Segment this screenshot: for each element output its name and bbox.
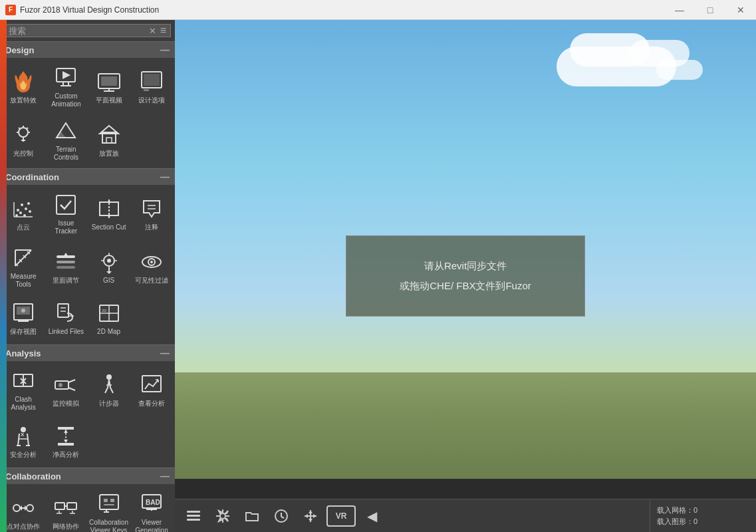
tool-custom-animation[interactable]: Custom Animation [45, 61, 86, 112]
svg-point-90 [13, 505, 20, 511]
tool-save-view[interactable]: 保存视图 [3, 294, 44, 342]
main-container: ✕ ≡ Design — 放置特效 Custom Animation [0, 20, 756, 532]
svg-point-20 [21, 203, 23, 206]
tool-pedometer-label: 计步器 [99, 400, 119, 408]
tool-view-analysis[interactable]: 查看分析 [131, 364, 172, 416]
tool-annotation[interactable]: 注释 [131, 188, 172, 239]
tool-visibility-label: 可见性过滤 [135, 277, 168, 285]
search-menu-icon[interactable]: ≡ [160, 25, 166, 37]
tool-measure[interactable]: Measure Tools [3, 241, 44, 293]
svg-marker-89 [64, 440, 68, 443]
svg-rect-96 [67, 503, 76, 509]
svg-point-48 [107, 259, 111, 263]
svg-point-76 [59, 383, 63, 387]
tool-linked-files[interactable]: Linked Files [45, 294, 86, 342]
tool-annotation-label: 注释 [145, 223, 158, 231]
section-collaboration[interactable]: Collaboration — [0, 467, 175, 484]
svg-rect-103 [104, 499, 108, 502]
maximize-button[interactable]: □ [695, 0, 725, 20]
svg-point-21 [25, 207, 27, 210]
section-design[interactable]: Design — [0, 41, 175, 58]
toolbar-move-button[interactable] [297, 503, 324, 529]
tool-issue-tracker[interactable]: Issue Tracker [45, 188, 86, 239]
tool-safety-analysis[interactable]: X 安全分析 [3, 417, 44, 465]
svg-rect-105 [104, 504, 114, 505]
close-button[interactable]: ✕ [725, 0, 756, 20]
pointcloud-icon [10, 196, 37, 222]
tool-clearance-analysis[interactable]: 净高分析 [45, 417, 86, 465]
tool-visibility[interactable]: 可见性过滤 [131, 241, 172, 293]
vr-label: VR [336, 511, 347, 521]
tool-section-cut-label: Section Cut [92, 223, 126, 231]
tool-collab-viewer-keys[interactable]: Collaboration Viewer Keys [88, 487, 130, 532]
search-bar[interactable]: ✕ ≡ [4, 24, 171, 37]
search-clear-icon[interactable]: ✕ [149, 26, 156, 36]
svg-rect-116 [187, 511, 200, 513]
tool-viewer-generation[interactable]: BAD Viewer Generation [131, 487, 172, 532]
toolbar-list-button[interactable] [180, 503, 207, 529]
left-edge-bar [0, 20, 7, 532]
tool-surveillance[interactable]: 监控模拟 [45, 364, 86, 416]
linked-files-icon [53, 300, 79, 327]
tool-gis-label: GIS [103, 277, 114, 285]
tool-issue-tracker-label: Issue Tracker [47, 219, 85, 235]
minimize-button[interactable]: — [664, 0, 695, 20]
coordination-tools-grid: 点云 Issue Tracker Section Cut [0, 185, 175, 344]
tool-pointcloud[interactable]: 点云 [3, 188, 44, 239]
toolbar-folder-button[interactable] [239, 503, 265, 529]
tool-design-options[interactable]: 设计选项 [131, 61, 172, 112]
section-coordination-collapse-icon: — [160, 172, 170, 182]
tool-terrain-controls[interactable]: Terrain Controls [45, 114, 86, 166]
tool-p2p-collaboration[interactable]: 点对点协作 [3, 487, 44, 532]
tool-measure-label: Measure Tools [4, 273, 43, 289]
safety-icon: X [10, 423, 37, 450]
tool-fire-effects[interactable]: 放置特效 [3, 61, 44, 112]
dialog-line1: 请从Revit同步文件 [360, 256, 571, 276]
image-label: 载入图形： [657, 517, 693, 525]
svg-rect-118 [187, 519, 200, 521]
search-input[interactable] [9, 26, 146, 36]
clearance-icon [53, 423, 79, 450]
tool-flat-video-label: 平面视频 [96, 96, 122, 104]
issue-tracker-icon [53, 192, 79, 218]
svg-marker-32 [107, 200, 111, 203]
toolbar-collapse-button[interactable]: ◀ [358, 503, 385, 529]
tool-collab-viewer-keys-label: Collaboration Viewer Keys [89, 519, 128, 532]
tool-pedometer[interactable]: 计步器 [88, 364, 130, 416]
collaboration-tools-grid: 点对点协作 网络协作 Collaboration Viewer Keys BAD [0, 484, 175, 532]
tool-network-label: 网络协作 [53, 523, 79, 531]
svg-rect-18 [106, 138, 112, 143]
design-tools-grid: 放置特效 Custom Animation 平面视频 [0, 58, 175, 168]
tool-network-collaboration[interactable]: 网络协作 [45, 487, 86, 532]
svg-marker-54 [106, 271, 112, 274]
section-coordination[interactable]: Coordination — [0, 168, 175, 185]
tool-light-control[interactable]: 光控制 [3, 114, 44, 166]
tool-section-cut[interactable]: Section Cut [88, 188, 130, 239]
section-analysis[interactable]: Analysis — [0, 344, 175, 361]
cloud-4 [656, 60, 703, 80]
section-cut-icon [96, 196, 122, 222]
tool-2d-map[interactable]: 2D 2D Map [88, 294, 130, 342]
tool-clash-analysis[interactable]: Clash Analysis [3, 364, 44, 416]
section-collaboration-label: Collaboration [5, 471, 61, 481]
svg-marker-132 [313, 514, 316, 518]
surveillance-icon [53, 372, 79, 398]
toolbar-vr-button[interactable]: VR [326, 505, 356, 527]
toolbar-nav-button[interactable] [209, 503, 236, 529]
tool-pointcloud-label: 点云 [17, 223, 30, 231]
tool-flat-video[interactable]: 平面视频 [88, 61, 130, 112]
svg-line-74 [68, 380, 75, 382]
collab-viewer-keys-icon [96, 491, 122, 517]
tool-adjust[interactable]: 里面调节 [45, 241, 86, 293]
svg-point-77 [106, 374, 112, 380]
place-family-icon [96, 122, 122, 148]
tool-gis[interactable]: GIS [88, 241, 130, 293]
tool-place-family[interactable]: 放置族 [88, 114, 130, 166]
pedometer-icon [96, 372, 122, 398]
window-title: Fuzor 2018 Virtual Design Construction [20, 5, 159, 15]
svg-rect-10 [144, 74, 160, 86]
svg-rect-8 [101, 76, 117, 86]
toolbar-clock-button[interactable] [268, 503, 295, 529]
svg-marker-130 [309, 519, 313, 522]
annotation-icon [138, 196, 165, 222]
